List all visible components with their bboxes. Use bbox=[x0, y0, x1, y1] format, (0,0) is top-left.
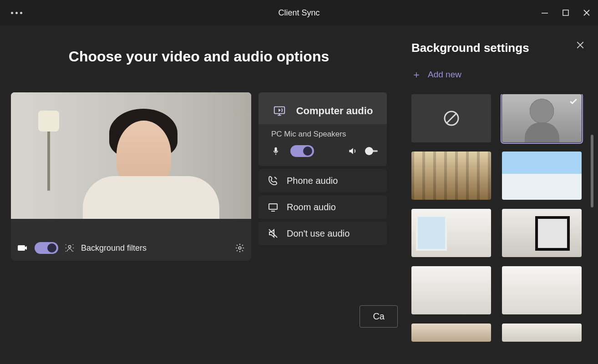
svg-rect-1 bbox=[563, 10, 568, 15]
phone-audio-icon bbox=[268, 175, 279, 186]
background-tile-image-7[interactable] bbox=[411, 324, 491, 342]
add-new-label: Add new bbox=[428, 70, 461, 80]
video-controls: Background filters bbox=[11, 235, 251, 261]
video-preview-card: Background filters bbox=[11, 92, 251, 261]
background-settings-title: Background settings bbox=[411, 41, 529, 55]
window-title: Client Sync bbox=[278, 8, 319, 18]
audio-device-label: PC Mic and Speakers bbox=[271, 130, 378, 139]
computer-audio-label: Computer audio bbox=[296, 105, 373, 117]
audio-option-none[interactable]: Don't use audio bbox=[258, 222, 387, 245]
audio-option-phone[interactable]: Phone audio bbox=[258, 169, 387, 192]
plus-icon: ＋ bbox=[411, 68, 421, 81]
phone-audio-label: Phone audio bbox=[287, 176, 338, 186]
cancel-button[interactable]: Ca bbox=[360, 305, 398, 328]
background-tile-image-8[interactable] bbox=[502, 324, 582, 342]
maximize-button[interactable] bbox=[561, 8, 571, 18]
none-icon bbox=[442, 109, 461, 127]
volume-slider[interactable] bbox=[367, 150, 378, 152]
close-panel-button[interactable] bbox=[576, 41, 584, 49]
selected-check-icon bbox=[569, 97, 578, 106]
computer-audio-icon bbox=[273, 104, 286, 118]
camera-toggle[interactable] bbox=[35, 242, 58, 254]
background-tile-none[interactable] bbox=[411, 94, 491, 142]
background-tile-blur[interactable]: Blur bbox=[502, 94, 582, 142]
microphone-toggle[interactable] bbox=[290, 145, 314, 157]
page-title: Choose your video and audio options bbox=[11, 48, 387, 65]
background-tile-image-6[interactable] bbox=[502, 266, 582, 314]
background-tile-image-4[interactable] bbox=[502, 209, 582, 257]
blur-label: Blur bbox=[502, 133, 582, 141]
background-tile-image-5[interactable] bbox=[411, 266, 491, 314]
title-bar: Client Sync bbox=[0, 0, 598, 25]
content-area: Choose your video and audio options bbox=[0, 25, 598, 364]
close-window-button[interactable] bbox=[582, 8, 592, 18]
audio-option-room[interactable]: Room audio bbox=[258, 195, 387, 219]
room-audio-icon bbox=[268, 202, 279, 212]
svg-rect-5 bbox=[269, 204, 277, 209]
camera-icon bbox=[17, 243, 28, 253]
add-new-background-button[interactable]: ＋ Add new bbox=[411, 68, 584, 81]
device-settings-button[interactable] bbox=[235, 243, 245, 253]
svg-point-2 bbox=[68, 246, 71, 248]
room-audio-label: Room audio bbox=[287, 202, 336, 212]
no-audio-label: Don't use audio bbox=[287, 228, 350, 239]
speaker-icon bbox=[348, 147, 357, 156]
no-audio-icon bbox=[268, 228, 279, 239]
background-tile-image-3[interactable] bbox=[411, 209, 491, 257]
background-filters-button[interactable]: Background filters bbox=[81, 243, 147, 253]
more-menu-icon[interactable] bbox=[6, 12, 22, 14]
audio-options: Computer audio PC Mic and Speakers bbox=[258, 92, 387, 261]
microphone-icon bbox=[271, 147, 280, 156]
minimize-button[interactable] bbox=[540, 8, 550, 18]
video-preview bbox=[11, 92, 251, 235]
svg-point-3 bbox=[238, 247, 241, 249]
background-grid: Blur bbox=[411, 94, 584, 342]
background-tile-image-2[interactable] bbox=[502, 152, 582, 200]
background-filters-icon bbox=[65, 243, 75, 253]
background-settings-panel: Background settings ＋ Add new Blur bbox=[398, 25, 598, 364]
computer-audio-details: PC Mic and Speakers bbox=[258, 124, 387, 166]
svg-line-7 bbox=[446, 113, 456, 123]
prejoin-pane: Choose your video and audio options bbox=[0, 25, 398, 364]
audio-option-computer[interactable]: Computer audio bbox=[258, 92, 387, 124]
svg-rect-0 bbox=[542, 13, 548, 14]
background-tile-image-1[interactable] bbox=[411, 152, 491, 200]
scrollbar[interactable] bbox=[591, 135, 593, 207]
